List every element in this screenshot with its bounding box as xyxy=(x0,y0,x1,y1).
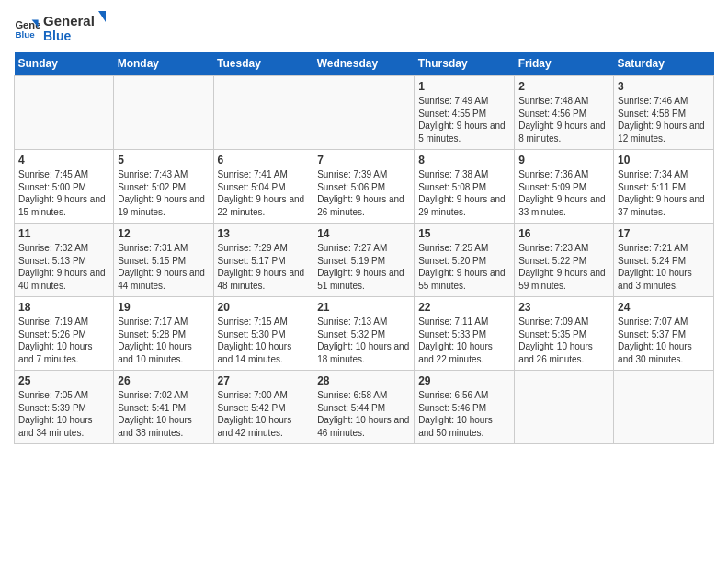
day-cell: 17Sunrise: 7:21 AM Sunset: 5:24 PM Dayli… xyxy=(614,224,714,297)
page-header: General Blue General Blue xyxy=(14,9,714,46)
day-cell xyxy=(213,76,313,150)
day-info: Sunrise: 7:02 AM Sunset: 5:41 PM Dayligh… xyxy=(118,389,209,439)
column-header-wednesday: Wednesday xyxy=(313,52,415,76)
day-number: 6 xyxy=(218,154,310,167)
day-cell: 20Sunrise: 7:15 AM Sunset: 5:30 PM Dayli… xyxy=(213,297,313,371)
day-cell: 25Sunrise: 7:05 AM Sunset: 5:39 PM Dayli… xyxy=(15,371,114,444)
day-cell: 12Sunrise: 7:31 AM Sunset: 5:15 PM Dayli… xyxy=(114,224,213,297)
day-cell xyxy=(313,76,415,150)
day-number: 1 xyxy=(418,80,510,93)
day-number: 18 xyxy=(18,301,109,314)
day-cell: 24Sunrise: 7:07 AM Sunset: 5:37 PM Dayli… xyxy=(614,297,714,371)
column-header-monday: Monday xyxy=(114,52,213,76)
day-number: 12 xyxy=(118,227,209,240)
day-number: 11 xyxy=(18,227,109,240)
day-number: 8 xyxy=(418,154,510,167)
day-cell: 14Sunrise: 7:27 AM Sunset: 5:19 PM Dayli… xyxy=(313,224,415,297)
week-row-4: 18Sunrise: 7:19 AM Sunset: 5:26 PM Dayli… xyxy=(15,297,714,371)
day-info: Sunrise: 7:43 AM Sunset: 5:02 PM Dayligh… xyxy=(118,168,209,218)
day-cell: 22Sunrise: 7:11 AM Sunset: 5:33 PM Dayli… xyxy=(415,297,515,371)
day-cell xyxy=(515,371,614,444)
day-info: Sunrise: 7:39 AM Sunset: 5:06 PM Dayligh… xyxy=(317,168,410,218)
day-cell: 23Sunrise: 7:09 AM Sunset: 5:35 PM Dayli… xyxy=(515,297,614,371)
day-cell: 4Sunrise: 7:45 AM Sunset: 5:00 PM Daylig… xyxy=(15,150,114,224)
column-header-friday: Friday xyxy=(515,52,614,76)
day-info: Sunrise: 7:11 AM Sunset: 5:33 PM Dayligh… xyxy=(418,316,510,365)
day-info: Sunrise: 7:25 AM Sunset: 5:20 PM Dayligh… xyxy=(418,242,510,292)
day-info: Sunrise: 7:32 AM Sunset: 5:13 PM Dayligh… xyxy=(18,242,109,292)
day-info: Sunrise: 7:38 AM Sunset: 5:08 PM Dayligh… xyxy=(418,168,510,218)
day-cell xyxy=(15,76,114,150)
day-info: Sunrise: 7:17 AM Sunset: 5:28 PM Dayligh… xyxy=(118,316,209,365)
day-number: 29 xyxy=(418,374,510,387)
day-number: 20 xyxy=(218,301,310,314)
day-cell: 21Sunrise: 7:13 AM Sunset: 5:32 PM Dayli… xyxy=(313,297,415,371)
day-info: Sunrise: 7:31 AM Sunset: 5:15 PM Dayligh… xyxy=(118,242,209,292)
day-info: Sunrise: 7:49 AM Sunset: 4:55 PM Dayligh… xyxy=(418,95,510,144)
day-cell: 13Sunrise: 7:29 AM Sunset: 5:17 PM Dayli… xyxy=(213,224,313,297)
day-number: 3 xyxy=(618,80,710,93)
day-info: Sunrise: 7:09 AM Sunset: 5:35 PM Dayligh… xyxy=(518,316,609,365)
day-info: Sunrise: 7:41 AM Sunset: 5:04 PM Dayligh… xyxy=(218,168,310,218)
svg-text:Blue: Blue xyxy=(15,29,35,40)
day-info: Sunrise: 7:34 AM Sunset: 5:11 PM Dayligh… xyxy=(618,168,710,218)
column-header-sunday: Sunday xyxy=(15,52,114,76)
day-number: 24 xyxy=(618,301,710,314)
day-number: 7 xyxy=(317,154,410,167)
day-info: Sunrise: 7:27 AM Sunset: 5:19 PM Dayligh… xyxy=(317,242,410,292)
day-info: Sunrise: 7:15 AM Sunset: 5:30 PM Dayligh… xyxy=(218,316,310,365)
day-info: Sunrise: 7:23 AM Sunset: 5:22 PM Dayligh… xyxy=(518,242,609,292)
day-number: 25 xyxy=(18,374,109,387)
day-number: 9 xyxy=(518,154,609,167)
day-cell: 7Sunrise: 7:39 AM Sunset: 5:06 PM Daylig… xyxy=(313,150,415,224)
day-number: 26 xyxy=(118,374,209,387)
day-info: Sunrise: 6:56 AM Sunset: 5:46 PM Dayligh… xyxy=(418,389,510,439)
day-cell: 10Sunrise: 7:34 AM Sunset: 5:11 PM Dayli… xyxy=(614,150,714,224)
day-cell: 29Sunrise: 6:56 AM Sunset: 5:46 PM Dayli… xyxy=(415,371,515,444)
day-number: 10 xyxy=(618,154,710,167)
day-info: Sunrise: 7:46 AM Sunset: 4:58 PM Dayligh… xyxy=(618,95,710,144)
day-number: 14 xyxy=(317,227,410,240)
svg-text:Blue: Blue xyxy=(43,29,72,43)
day-cell: 1Sunrise: 7:49 AM Sunset: 4:55 PM Daylig… xyxy=(415,76,515,150)
day-info: Sunrise: 6:58 AM Sunset: 5:44 PM Dayligh… xyxy=(317,389,410,439)
day-cell: 27Sunrise: 7:00 AM Sunset: 5:42 PM Dayli… xyxy=(213,371,313,444)
day-number: 17 xyxy=(618,227,710,240)
day-number: 23 xyxy=(518,301,609,314)
day-cell: 15Sunrise: 7:25 AM Sunset: 5:20 PM Dayli… xyxy=(415,224,515,297)
day-cell: 16Sunrise: 7:23 AM Sunset: 5:22 PM Dayli… xyxy=(515,224,614,297)
day-cell: 11Sunrise: 7:32 AM Sunset: 5:13 PM Dayli… xyxy=(15,224,114,297)
logo-icon: General Blue xyxy=(14,15,40,40)
day-cell xyxy=(114,76,213,150)
day-number: 13 xyxy=(218,227,310,240)
column-header-tuesday: Tuesday xyxy=(213,52,313,76)
svg-text:General: General xyxy=(43,13,95,29)
day-cell: 19Sunrise: 7:17 AM Sunset: 5:28 PM Dayli… xyxy=(114,297,213,371)
day-cell: 6Sunrise: 7:41 AM Sunset: 5:04 PM Daylig… xyxy=(213,150,313,224)
day-cell: 18Sunrise: 7:19 AM Sunset: 5:26 PM Dayli… xyxy=(15,297,114,371)
day-number: 28 xyxy=(317,374,410,387)
day-number: 2 xyxy=(518,80,609,93)
week-row-5: 25Sunrise: 7:05 AM Sunset: 5:39 PM Dayli… xyxy=(15,371,714,444)
column-header-saturday: Saturday xyxy=(614,52,714,76)
day-info: Sunrise: 7:00 AM Sunset: 5:42 PM Dayligh… xyxy=(218,389,310,439)
day-number: 22 xyxy=(418,301,510,314)
day-number: 21 xyxy=(317,301,410,314)
logo: General Blue General Blue xyxy=(14,9,108,46)
day-number: 5 xyxy=(118,154,209,167)
day-info: Sunrise: 7:05 AM Sunset: 5:39 PM Dayligh… xyxy=(18,389,109,439)
day-info: Sunrise: 7:29 AM Sunset: 5:17 PM Dayligh… xyxy=(218,242,310,292)
day-number: 27 xyxy=(218,374,310,387)
day-cell: 9Sunrise: 7:36 AM Sunset: 5:09 PM Daylig… xyxy=(515,150,614,224)
day-cell: 8Sunrise: 7:38 AM Sunset: 5:08 PM Daylig… xyxy=(415,150,515,224)
day-number: 15 xyxy=(418,227,510,240)
day-number: 19 xyxy=(118,301,209,314)
day-cell xyxy=(614,371,714,444)
svg-marker-4 xyxy=(98,11,106,22)
day-info: Sunrise: 7:07 AM Sunset: 5:37 PM Dayligh… xyxy=(618,316,710,365)
day-info: Sunrise: 7:45 AM Sunset: 5:00 PM Dayligh… xyxy=(18,168,109,218)
day-number: 16 xyxy=(518,227,609,240)
day-info: Sunrise: 7:13 AM Sunset: 5:32 PM Dayligh… xyxy=(317,316,410,365)
day-cell: 5Sunrise: 7:43 AM Sunset: 5:02 PM Daylig… xyxy=(114,150,213,224)
day-cell: 26Sunrise: 7:02 AM Sunset: 5:41 PM Dayli… xyxy=(114,371,213,444)
